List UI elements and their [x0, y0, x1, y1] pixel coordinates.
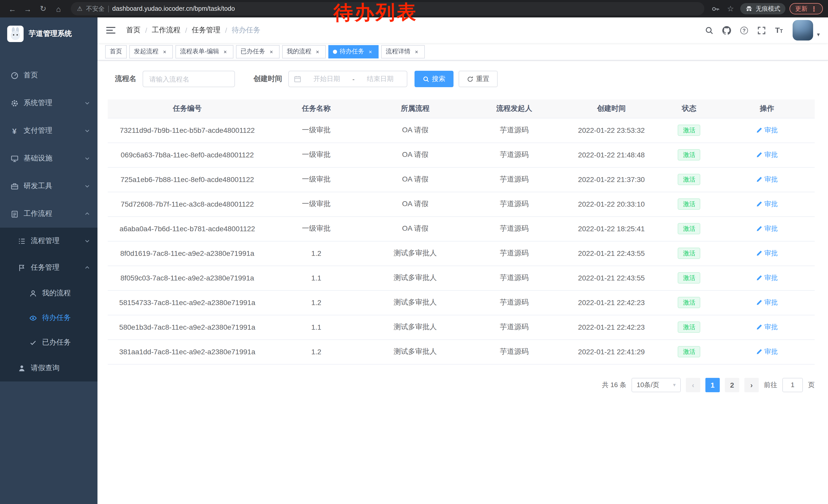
- approve-link[interactable]: 审批: [756, 126, 778, 135]
- sidebar-item-infrastructure[interactable]: 基础设施: [0, 145, 97, 172]
- date-range-picker[interactable]: 开始日期 - 结束日期: [288, 71, 407, 87]
- approve-link[interactable]: 审批: [756, 150, 778, 159]
- tab-form-edit[interactable]: 流程表单-编辑 ×: [175, 45, 234, 58]
- menu-label: 工作流程: [24, 209, 52, 218]
- sidebar-item-my-process[interactable]: 我的流程: [0, 281, 97, 306]
- tab-close-icon[interactable]: ×: [161, 48, 168, 55]
- cell-starter: 芋道源码: [465, 192, 564, 216]
- sidebar-item-system-mgmt[interactable]: 系统管理: [0, 89, 97, 117]
- create-time-label: 创建时间: [253, 74, 282, 84]
- page-button-1[interactable]: 1: [705, 378, 720, 392]
- status-badge: 激活: [678, 125, 701, 136]
- cell-task-id: 069c6a63-7b8a-11ec-8ef0-acde48001122: [108, 142, 267, 167]
- sidebar-item-task-mgmt[interactable]: 任务管理: [0, 254, 97, 281]
- cell-create-time: 2022-01-21 22:41:29: [564, 339, 659, 364]
- cell-create-time: 2022-01-22 18:25:41: [564, 216, 659, 241]
- column-actions: 操作: [719, 99, 815, 118]
- goto-page-input[interactable]: [782, 378, 803, 392]
- approve-link[interactable]: 审批: [756, 224, 778, 233]
- sidebar-item-workflow[interactable]: 工作流程: [0, 200, 97, 228]
- active-tab-dot: [333, 49, 337, 54]
- end-date-placeholder: 结束日期: [359, 74, 402, 84]
- edit-icon: [756, 324, 762, 330]
- approve-link[interactable]: 审批: [756, 347, 778, 356]
- cell-starter: 芋道源码: [465, 339, 564, 364]
- url-text[interactable]: dashboard.yudao.iocoder.cn/bpm/task/todo: [112, 5, 235, 12]
- hamburger-icon[interactable]: [106, 24, 118, 36]
- approve-link[interactable]: 审批: [756, 298, 778, 307]
- approve-link[interactable]: 审批: [756, 322, 778, 332]
- incognito-badge: 无痕模式: [740, 3, 785, 14]
- logo-area[interactable]: 芋道管理系统: [0, 17, 97, 50]
- breadcrumb-item-task-mgmt[interactable]: 任务管理: [192, 26, 220, 35]
- sidebar-item-todo-tasks[interactable]: 待办任务: [0, 306, 97, 330]
- page-size-select[interactable]: 10条/页 ▾: [631, 378, 681, 392]
- avatar[interactable]: [793, 20, 813, 41]
- font-size-icon[interactable]: TT: [771, 22, 787, 38]
- tab-process-detail[interactable]: 流程详情 ×: [381, 45, 425, 58]
- caret-down-icon[interactable]: ▾: [817, 31, 820, 38]
- sidebar-item-payment-mgmt[interactable]: ¥ 支付管理: [0, 117, 97, 145]
- sidebar-item-done-tasks[interactable]: 已办任务: [0, 330, 97, 355]
- forward-icon[interactable]: →: [20, 2, 35, 16]
- tab-close-icon[interactable]: ×: [222, 48, 229, 55]
- cell-process: OA 请假: [366, 142, 465, 167]
- approve-link[interactable]: 审批: [756, 273, 778, 282]
- table-row: 580e1b3d-7ac8-11ec-a9e2-a2380e71991a 1.1…: [108, 315, 815, 339]
- tab-close-icon[interactable]: ×: [413, 48, 420, 55]
- cell-process: OA 请假: [366, 118, 465, 142]
- tab-home[interactable]: 首页: [105, 45, 127, 58]
- search-icon[interactable]: [702, 22, 717, 38]
- goto-label: 前往: [764, 380, 777, 390]
- main-area: 首页 / 工作流程 / 任务管理 / 待办任务 ?: [97, 17, 828, 504]
- breadcrumb-item-home[interactable]: 首页: [126, 26, 140, 35]
- help-icon[interactable]: ?: [736, 22, 752, 38]
- update-button[interactable]: 更新 ⋮: [790, 3, 823, 14]
- sidebar-item-home[interactable]: 首页: [0, 61, 97, 89]
- cell-process: OA 请假: [366, 167, 465, 192]
- bookmark-star-icon[interactable]: ☆: [725, 3, 736, 14]
- reset-button-label: 重置: [476, 74, 489, 84]
- tab-label: 流程表单-编辑: [180, 47, 219, 56]
- refresh-icon[interactable]: ↻: [36, 2, 50, 16]
- toolbox-icon: [10, 182, 18, 190]
- incognito-icon: [745, 5, 753, 12]
- breadcrumb-item-workflow[interactable]: 工作流程: [152, 26, 180, 35]
- fullscreen-icon[interactable]: [754, 22, 769, 38]
- sidebar-item-leave-query[interactable]: 请假查询: [0, 355, 97, 381]
- approve-link[interactable]: 审批: [756, 175, 778, 184]
- tab-start-process[interactable]: 发起流程 ×: [129, 45, 173, 58]
- process-name-input[interactable]: [142, 71, 235, 87]
- page-content: 流程名 创建时间 开始日期 - 结束日期 搜索: [97, 60, 828, 504]
- back-icon[interactable]: ←: [5, 2, 19, 16]
- reset-button[interactable]: 重置: [459, 71, 498, 87]
- address-bar[interactable]: ⚠ 不安全 dashboard.yudao.iocoder.cn/bpm/tas…: [71, 2, 704, 15]
- tab-close-icon[interactable]: ×: [314, 48, 321, 55]
- sidebar-item-process-mgmt[interactable]: 流程管理: [0, 228, 97, 254]
- security-label[interactable]: 不安全: [86, 4, 105, 13]
- tab-my-process[interactable]: 我的流程 ×: [282, 45, 326, 58]
- status-badge: 激活: [678, 321, 701, 333]
- next-page-button[interactable]: ›: [744, 378, 759, 392]
- approve-link-label: 审批: [764, 298, 778, 307]
- sidebar-item-dev-tools[interactable]: 研发工具: [0, 172, 97, 200]
- tab-todo-tasks[interactable]: 待办任务 ×: [328, 45, 379, 58]
- cell-task-name: 1.1: [267, 266, 366, 290]
- approve-link[interactable]: 审批: [756, 249, 778, 258]
- browser-menu-icon[interactable]: ⋮: [811, 5, 817, 12]
- github-icon[interactable]: [719, 22, 734, 38]
- tab-close-icon[interactable]: ×: [367, 48, 374, 55]
- tab-close-icon[interactable]: ×: [268, 48, 275, 55]
- list-icon: [17, 237, 26, 245]
- cell-create-time: 2022-01-21 22:43:55: [564, 241, 659, 266]
- tab-done-tasks[interactable]: 已办任务 ×: [236, 45, 280, 58]
- prev-page-button[interactable]: ‹: [686, 378, 700, 392]
- flag-icon: [17, 264, 26, 272]
- cell-actions: 审批: [719, 118, 815, 142]
- key-icon[interactable]: [709, 3, 721, 14]
- search-button[interactable]: 搜索: [415, 71, 454, 87]
- approve-link-label: 审批: [764, 249, 778, 258]
- page-button-2[interactable]: 2: [725, 378, 739, 392]
- approve-link[interactable]: 审批: [756, 199, 778, 209]
- home-icon[interactable]: ⌂: [51, 2, 66, 16]
